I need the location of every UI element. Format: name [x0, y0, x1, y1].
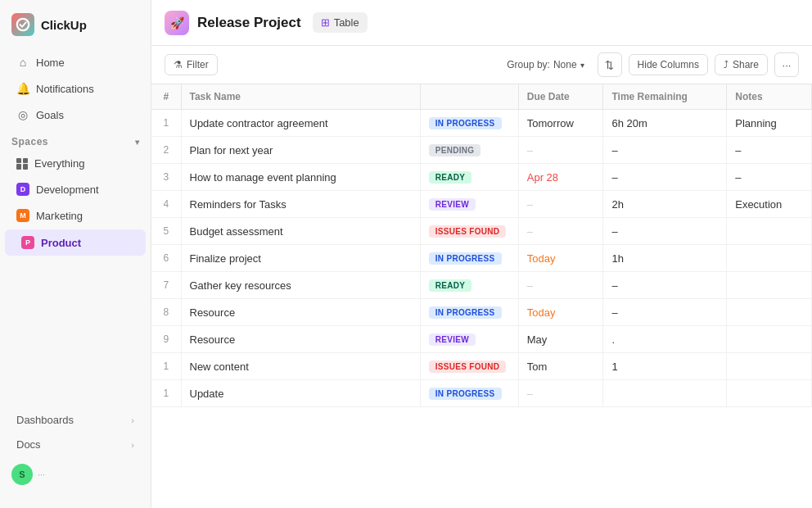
docs-chevron: › — [131, 440, 134, 450]
row-task-name: Reminders for Tasks — [181, 191, 420, 218]
development-dot: D — [16, 183, 29, 196]
row-status: ISSUES FOUND — [420, 218, 518, 245]
status-badge: PENDING — [429, 144, 481, 156]
row-time-remaining: 1h — [603, 245, 727, 272]
row-status: IN PROGRESS — [420, 245, 518, 272]
group-by-value: None — [553, 59, 577, 70]
col-due-date: Due Date — [518, 84, 603, 110]
project-icon: 🚀 — [165, 11, 189, 35]
sidebar-item-product-wrapper: P Product — [5, 229, 146, 256]
table-row[interactable]: 3 How to manage event planning READY Apr… — [151, 164, 812, 191]
sidebar-item-notifications[interactable]: 🔔 Notifications — [5, 76, 146, 101]
more-options-button[interactable]: ··· — [774, 52, 799, 77]
row-task-name: Resource — [181, 326, 420, 353]
row-num: 3 — [151, 164, 181, 191]
row-notes — [727, 218, 812, 245]
row-time-remaining: – — [603, 218, 727, 245]
row-num: 6 — [151, 245, 181, 272]
row-status: IN PROGRESS — [420, 110, 518, 137]
sidebar-item-home[interactable]: ⌂ Home — [5, 50, 146, 75]
table-row[interactable]: 6 Finalize project IN PROGRESS Today 1h — [151, 245, 812, 272]
development-label: Development — [36, 184, 99, 196]
row-num: 5 — [151, 218, 181, 245]
avatar[interactable]: S — [11, 464, 33, 485]
row-status: REVIEW — [420, 326, 518, 353]
spaces-label: Spaces — [11, 136, 48, 147]
hide-columns-button[interactable]: Hide Columns — [629, 54, 708, 75]
topbar: 🚀 Release Project ⊞ Table — [151, 0, 812, 46]
table-row[interactable]: 2 Plan for next year PENDING – – – — [151, 137, 812, 164]
home-icon: ⌂ — [16, 56, 29, 69]
row-due-date: May — [518, 326, 603, 353]
table-row[interactable]: 8 Resource IN PROGRESS Today – — [151, 299, 812, 326]
row-time-remaining: 2h — [603, 191, 727, 218]
table-view-tab[interactable]: ⊞ Table — [313, 12, 368, 33]
table-row[interactable]: 7 Gather key resources READY – – — [151, 272, 812, 299]
table-body: 1 Update contractor agreement IN PROGRES… — [151, 110, 812, 407]
table-row[interactable]: 1 New content ISSUES FOUND Tom 1 — [151, 353, 812, 380]
sidebar-item-everything[interactable]: Everything — [5, 152, 146, 175]
row-due-date: Tomorrow — [518, 110, 603, 137]
dashboards-chevron: › — [131, 415, 134, 425]
row-num: 2 — [151, 137, 181, 164]
sidebar-item-docs[interactable]: Docs › — [5, 433, 146, 456]
bell-icon: 🔔 — [16, 82, 29, 95]
sidebar-item-goals[interactable]: ◎ Goals — [5, 102, 146, 127]
row-time-remaining: – — [603, 137, 727, 164]
row-task-name: Resource — [181, 299, 420, 326]
row-task-name: Finalize project — [181, 245, 420, 272]
product-dot: P — [21, 236, 34, 249]
group-by-selector[interactable]: Group by: None ▾ — [500, 56, 590, 74]
status-badge: ISSUES FOUND — [429, 225, 507, 238]
logo-icon — [11, 13, 34, 36]
share-icon: ⤴ — [724, 59, 729, 70]
app-name: ClickUp — [41, 18, 87, 32]
filter-label: Filter — [187, 59, 209, 70]
row-task-name: Update contractor agreement — [181, 110, 420, 137]
row-task-name: New content — [181, 353, 420, 380]
view-tab-label: Table — [334, 16, 359, 29]
logo-area: ClickUp — [0, 10, 151, 49]
row-status: READY — [420, 164, 518, 191]
row-num: 4 — [151, 191, 181, 218]
col-status — [420, 84, 518, 110]
row-notes — [727, 353, 812, 380]
row-time-remaining: 1 — [603, 353, 727, 380]
marketing-label: Marketing — [36, 210, 83, 222]
table-row[interactable]: 1 Update contractor agreement IN PROGRES… — [151, 110, 812, 137]
grid-icon — [16, 158, 28, 170]
row-status: PENDING — [420, 137, 518, 164]
sort-button[interactable]: ⇅ — [598, 52, 622, 77]
row-notes — [727, 272, 812, 299]
sidebar-item-product[interactable]: P Product — [10, 230, 141, 255]
sidebar: ClickUp ⌂ Home 🔔 Notifications ◎ Goals S… — [0, 0, 151, 508]
row-due-date: Apr 28 — [518, 164, 603, 191]
row-status: IN PROGRESS — [420, 380, 518, 407]
table-row[interactable]: 4 Reminders for Tasks REVIEW – 2h Execut… — [151, 191, 812, 218]
row-task-name: Update — [181, 380, 420, 407]
table-row[interactable]: 5 Budget assessment ISSUES FOUND – – — [151, 218, 812, 245]
svg-point-0 — [17, 19, 29, 30]
row-time-remaining: 6h 20m — [603, 110, 727, 137]
status-badge: REVIEW — [429, 333, 476, 346]
row-due-date: Tom — [518, 353, 603, 380]
sidebar-item-marketing[interactable]: M Marketing — [5, 203, 146, 228]
row-num: 1 — [151, 110, 181, 137]
share-button[interactable]: ⤴ Share — [715, 54, 768, 75]
avatar-row: S ··· — [0, 457, 151, 492]
table-icon: ⊞ — [321, 16, 330, 29]
row-time-remaining: – — [603, 164, 727, 191]
row-due-date: Today — [518, 245, 603, 272]
sidebar-item-development[interactable]: D Development — [5, 177, 146, 202]
row-notes: – — [727, 137, 812, 164]
table-row[interactable]: 1 Update IN PROGRESS – — [151, 380, 812, 407]
row-num: 9 — [151, 326, 181, 353]
sidebar-item-dashboards[interactable]: Dashboards › — [5, 408, 146, 432]
toolbar: ⚗ Filter Group by: None ▾ ⇅ Hide Columns… — [151, 46, 812, 84]
table-header: # Task Name Due Date Time Remaining Note… — [151, 84, 812, 110]
filter-button[interactable]: ⚗ Filter — [165, 54, 218, 75]
row-notes — [727, 380, 812, 407]
row-num: 7 — [151, 272, 181, 299]
table-row[interactable]: 9 Resource REVIEW May . — [151, 326, 812, 353]
task-table: # Task Name Due Date Time Remaining Note… — [151, 84, 812, 407]
